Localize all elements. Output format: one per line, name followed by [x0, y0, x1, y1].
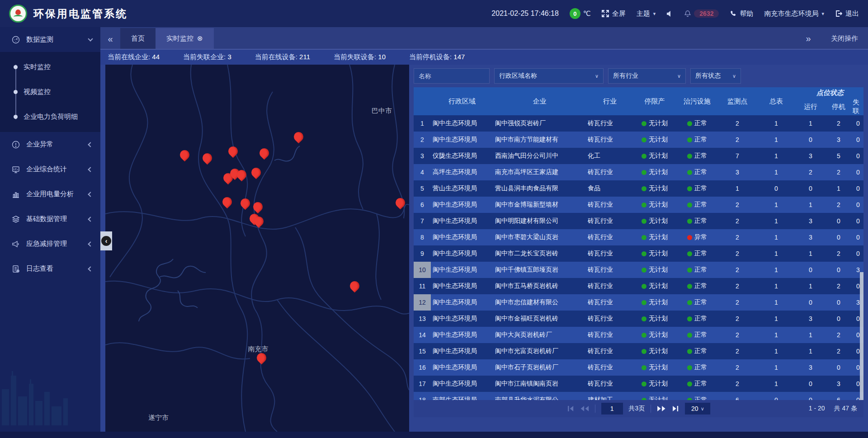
table-row[interactable]: 12阆中生态环境局阆中市忠信建材有限公砖瓦行业无计划正常21003 — [414, 294, 863, 311]
limit-status-text: 无计划 — [649, 282, 668, 290]
table-row[interactable]: 9阆中生态环境局阆中市二龙长宝页岩砖砖瓦行业无计划正常21120 — [414, 245, 863, 262]
treatment-status-text: 正常 — [694, 363, 707, 372]
table-row[interactable]: 11阆中生态环境局阆中市五马桥页岩机砖砖瓦行业无计划正常21120 — [414, 278, 863, 294]
prev-page-button[interactable] — [580, 405, 589, 412]
sidebar-item-label: 数据监测 — [26, 35, 82, 44]
table-row[interactable]: 3仪陇生态环境局西南油气田分公司川中化工无计划正常71350 — [414, 148, 863, 164]
total-meters-cell: 1 — [756, 343, 797, 359]
limit-status-text: 无计划 — [649, 250, 668, 258]
map-panel[interactable]: 巴中市南充市遂宁市 ‹ — [105, 65, 409, 432]
company-cell: 阆中市光富页岩机砖厂 — [493, 343, 586, 359]
table-row[interactable]: 7阆中生态环境局阆中明阳建材有限公司砖瓦行业无计划正常21300 — [414, 213, 863, 229]
treatment-status-cell: 正常 — [675, 392, 719, 400]
table-scrollbar-thumb[interactable] — [860, 272, 863, 400]
table-row[interactable]: 2阆中生态环境局阆中市南方节能建材有砖瓦行业无计划正常21030 — [414, 132, 863, 148]
fullscreen-button[interactable]: 全屏 — [602, 9, 626, 18]
industry-filter-select[interactable]: 所有行业 ∨ — [608, 68, 686, 84]
status-dot-icon — [642, 333, 646, 338]
treatment-status-cell: 正常 — [675, 311, 719, 327]
stopped-cell: 3 — [825, 132, 853, 148]
table-row[interactable]: 17阆中生态环境局阆中市江南镇阆南页岩砖瓦行业无计划正常21030 — [414, 376, 863, 392]
sidebar-subitem-0[interactable]: 实时监控 — [0, 55, 100, 80]
top-header: 环保用电监管系统 2021-02-25 17:46:18 0 ℃ 全屏 主题 ▾… — [0, 0, 868, 27]
tabs-scroll-left-icon[interactable]: « — [100, 29, 120, 49]
theme-dropdown[interactable]: 主题 ▾ — [637, 9, 656, 18]
sidebar-item-3[interactable]: 企业用电量分析 — [0, 182, 100, 207]
stat-label: 当前失联设备 — [334, 53, 378, 61]
table-row[interactable]: 8阆中生态环境局阆中市枣碧大梁山页岩砖瓦行业无计划异常21300 — [414, 229, 863, 245]
industry-cell: 砖瓦行业 — [586, 115, 634, 132]
prev-page-icon — [580, 405, 589, 412]
status-dot-icon — [642, 365, 646, 370]
sidebar-item-2[interactable]: 企业综合统计 — [0, 157, 100, 182]
region-cell: 南部生态环境局 — [431, 392, 493, 400]
tab-label: 首页 — [131, 34, 145, 43]
monitor-points-cell: 2 — [719, 132, 756, 148]
company-cell: 阆中大兴页岩机砖厂 — [493, 327, 586, 343]
total-meters-cell: 1 — [756, 278, 797, 294]
sidebar-item-5[interactable]: 应急减排管理 — [0, 231, 100, 256]
limit-status-cell: 无计划 — [634, 164, 675, 180]
table-row[interactable]: 4高坪生态环境局南充市高坪区王家店建砖瓦行业无计划正常31220 — [414, 164, 863, 180]
running-cell: 3 — [797, 148, 825, 164]
chevron-left-icon — [88, 266, 93, 271]
region-cell: 阆中生态环境局 — [431, 294, 493, 311]
region-cell: 阆中生态环境局 — [431, 359, 493, 376]
log-file-icon — [12, 265, 20, 273]
treatment-status-cell: 正常 — [675, 164, 719, 180]
collapse-map-handle[interactable]: ‹ — [100, 231, 112, 250]
close-operations-button[interactable]: 关闭操作 — [831, 34, 858, 43]
logout-button[interactable]: 退出 — [835, 9, 859, 18]
status-filter-select[interactable]: 所有状态 ∨ — [690, 68, 741, 84]
page-number-input[interactable] — [601, 403, 623, 414]
chevron-left-icon — [88, 217, 93, 221]
table-row[interactable]: 14阆中生态环境局阆中大兴页岩机砖厂砖瓦行业无计划正常21120 — [414, 327, 863, 343]
last-page-button[interactable] — [672, 405, 679, 412]
gauge-icon — [12, 36, 20, 44]
limit-status-text: 无计划 — [649, 396, 668, 400]
region-cell: 阆中生态环境局 — [431, 197, 493, 213]
help-button[interactable]: 帮助 — [730, 9, 753, 18]
total-meters-cell: 1 — [756, 164, 797, 180]
datetime-display: 2021-02-25 17:46:18 — [491, 9, 559, 18]
sidebar-item-6[interactable]: 日志查看 — [0, 256, 100, 281]
name-filter-input[interactable] — [414, 68, 490, 84]
treatment-status-text: 正常 — [694, 347, 707, 355]
table-row[interactable]: 16阆中生态环境局阆中市石子页岩机砖厂砖瓦行业无计划正常21300 — [414, 359, 863, 376]
monitor-points-cell: 2 — [719, 343, 756, 359]
table-row[interactable]: 5营山生态环境局营山县润丰肉食品有限食品无计划正常10010 — [414, 180, 863, 197]
org-dropdown[interactable]: 南充市生态环境局 ▾ — [764, 9, 824, 18]
treatment-status-text: 正常 — [694, 380, 707, 388]
offline-cell: 0 — [853, 164, 863, 180]
table-row[interactable]: 10阆中生态环境局阆中千佛镇五郎垭页岩砖瓦行业无计划正常21003 — [414, 262, 863, 278]
table-row[interactable]: 6阆中生态环境局阆中市金博瑞新型墙材砖瓦行业无计划正常21120 — [414, 197, 863, 213]
notification-bell[interactable]: 2632 — [684, 9, 719, 18]
range-label: 1 - 20 — [809, 405, 825, 413]
company-cell: 南部县升华水泥有限公 — [493, 392, 586, 400]
mute-button[interactable] — [666, 10, 673, 17]
footer-strip — [0, 432, 868, 438]
sidebar-subitem-1[interactable]: 视频监控 — [0, 80, 100, 104]
next-page-button[interactable] — [657, 405, 666, 412]
company-cell: 阆中市南方节能建材有 — [493, 132, 586, 148]
tab-close-icon[interactable]: ⊗ — [197, 34, 203, 42]
sidebar-item-0[interactable]: 数据监测 — [0, 27, 100, 52]
table-body: 1阆中生态环境局阆中强锐页岩砖厂砖瓦行业无计划正常211202阆中生态环境局阆中… — [414, 115, 863, 400]
sidebar-item-4[interactable]: 基础数据管理 — [0, 207, 100, 231]
tab-0[interactable]: 首页 — [120, 28, 156, 49]
first-page-button[interactable] — [567, 405, 574, 412]
table-row[interactable]: 15阆中生态环境局阆中市光富页岩机砖厂砖瓦行业无计划正常21120 — [414, 343, 863, 359]
row-number-cell: 11 — [414, 278, 431, 294]
treatment-status-cell: 正常 — [675, 213, 719, 229]
stopped-cell: 0 — [825, 294, 853, 311]
tabs-scroll-right-icon[interactable]: » — [798, 28, 818, 48]
sidebar-item-1[interactable]: 企业异常 — [0, 132, 100, 157]
region-filter-select[interactable]: 行政区域名称 ∨ — [494, 68, 604, 84]
tab-1[interactable]: 实时监控⊗ — [156, 28, 214, 49]
pager-divider — [595, 405, 595, 413]
table-row[interactable]: 13阆中生态环境局阆中市金福旺页岩机砖砖瓦行业无计划正常21300 — [414, 311, 863, 327]
page-size-select[interactable]: 20 ∨ — [685, 403, 710, 414]
table-row[interactable]: 1阆中生态环境局阆中强锐页岩砖厂砖瓦行业无计划正常21120 — [414, 115, 863, 132]
table-row[interactable]: 18南部生态环境局南部县升华水泥有限公建材加工无计划正常60060 — [414, 392, 863, 400]
sidebar-subitem-2[interactable]: 企业电力负荷明细 — [0, 104, 100, 129]
